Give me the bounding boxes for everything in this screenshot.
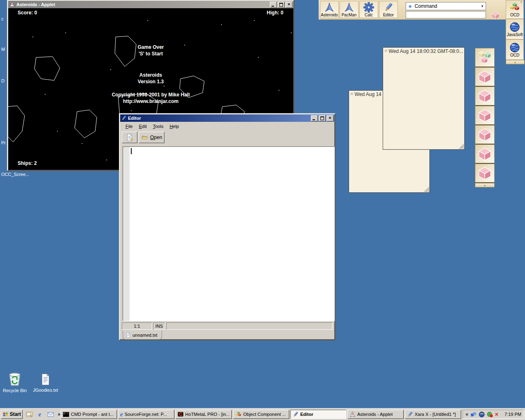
desktop: c M D Pr OCC_Scree... Asteroids - Applet… xyxy=(0,0,525,420)
pink-cube-icon xyxy=(478,166,492,180)
desktop-icon-label-occ[interactable]: OCC_Scree... xyxy=(1,172,29,177)
component-button[interactable] xyxy=(475,125,495,144)
open-button[interactable]: Open xyxy=(139,132,164,143)
gear-icon xyxy=(363,2,374,13)
desktop-icon-label-partial: D xyxy=(1,78,5,83)
cubes-cluster-icon xyxy=(509,2,520,13)
game-version-text: Version 1.3 xyxy=(8,78,293,85)
chevron-left-icon[interactable]: « xyxy=(466,411,468,417)
pink-cube-icon xyxy=(491,11,500,20)
star-icon: ★ xyxy=(408,3,413,9)
document-tab[interactable]: unnamed.txt xyxy=(123,331,162,340)
taskbar-button-editor[interactable]: Editor xyxy=(290,410,346,419)
chevron-down-icon[interactable]: ▼ xyxy=(481,5,484,8)
component-button[interactable] xyxy=(475,106,495,125)
note-close-icon[interactable]: × xyxy=(350,91,354,96)
command-input[interactable] xyxy=(406,11,486,18)
note-close-icon[interactable]: × xyxy=(384,48,388,53)
ocd-side-panel: OCD ▼ JavaSoft OCD ▲ xyxy=(506,0,525,65)
maximize-button[interactable] xyxy=(319,115,326,121)
game-name-text: Asteroids xyxy=(8,72,293,78)
quicklaunch-mail[interactable] xyxy=(46,410,55,418)
globe-icon xyxy=(509,22,520,32)
desktop-icon-recycle-bin[interactable]: Recycle Bin xyxy=(0,371,30,393)
windows-flag-icon xyxy=(2,411,9,418)
component-button[interactable] xyxy=(475,67,495,86)
pink-cube-icon xyxy=(478,128,492,142)
cursor-position-cell: 1:1 xyxy=(122,322,152,330)
menu-tools[interactable]: Tools xyxy=(150,123,167,130)
taskbar-button-asteroids[interactable]: Asteroids - Applet xyxy=(347,410,404,419)
command-dropdown[interactable]: ★ Command ▼ xyxy=(406,2,486,10)
launcher-asteroids-button[interactable]: Asteroids xyxy=(320,1,339,18)
javasoft-button[interactable]: JavaSoft xyxy=(506,19,524,39)
editor-toolbar: Open xyxy=(120,130,334,144)
chevron-down-icon[interactable]: ▼ xyxy=(520,1,523,3)
taskbar-button-hotmetal[interactable]: HoTMetaL PRO - [in... xyxy=(176,410,232,419)
scroll-up-icon: ▲ xyxy=(514,61,517,64)
editor-window: Editor × File Edit Tools Help Open xyxy=(119,113,336,340)
quicklaunch-internet-explorer[interactable]: e xyxy=(35,410,44,418)
scroll-up-button[interactable]: ▲ xyxy=(506,60,525,64)
note-resize-grip[interactable] xyxy=(459,144,464,149)
pink-cube-icon xyxy=(478,108,492,122)
text-caret xyxy=(131,148,132,154)
new-file-button[interactable] xyxy=(122,132,137,143)
minimize-button[interactable] xyxy=(311,115,318,121)
close-button[interactable]: × xyxy=(285,2,292,8)
component-button[interactable] xyxy=(475,144,495,163)
asteroids-titlebar[interactable]: Asteroids - Applet × xyxy=(8,1,293,8)
pencil-icon xyxy=(121,115,127,121)
launcher-calc-button[interactable]: Calc xyxy=(359,1,378,18)
insert-mode-cell: INS xyxy=(153,322,165,330)
start-hint-text: 'S' to Start xyxy=(8,50,293,57)
document-tab-label: unnamed.txt xyxy=(132,333,158,338)
ocd-globe-button[interactable]: OCD xyxy=(506,39,524,60)
taskbar-button-sourceforge[interactable]: e SourceForge.net: P... xyxy=(118,410,174,419)
tray-error-icon[interactable]: × xyxy=(495,411,498,417)
pink-cube-icon xyxy=(478,147,492,161)
quicklaunch-show-desktop[interactable] xyxy=(25,410,34,418)
menu-edit[interactable]: Edit xyxy=(136,123,150,130)
taskbar-button-cmd-prompt[interactable]: C:\ CMD Prompt - ant t... xyxy=(61,410,117,419)
ocd-cubes-button[interactable]: OCD ▼ xyxy=(506,0,524,19)
pen-icon xyxy=(407,411,413,418)
menu-help[interactable]: Help xyxy=(167,123,182,130)
recycle-bin-icon xyxy=(7,371,23,387)
launcher-pacman-button[interactable]: PacMan xyxy=(340,1,358,18)
desktop-icon-label: JGoodies.txt xyxy=(33,388,58,393)
document-icon xyxy=(126,332,131,338)
status-spacer-cell xyxy=(166,322,333,330)
component-button[interactable] xyxy=(475,164,495,183)
taskbar-button-object-component[interactable]: Object Component ... xyxy=(233,410,289,419)
editor-menubar: File Edit Tools Help xyxy=(120,122,334,130)
close-button[interactable]: × xyxy=(326,115,333,121)
note-resize-grip[interactable] xyxy=(424,187,429,192)
note-title-text: Wed Aug 14 xyxy=(355,91,381,97)
launcher-editor-button[interactable]: Editor xyxy=(379,1,398,18)
tray-network-icon[interactable] xyxy=(470,411,477,418)
tray-java-icon[interactable] xyxy=(479,411,485,418)
sticky-note-front[interactable]: × Wed Aug 14 18:00:32 GMT-08:0... xyxy=(383,47,465,150)
taskbar-clock[interactable]: 7:19 PM xyxy=(504,412,521,417)
minimize-button[interactable] xyxy=(270,2,277,8)
maximize-button[interactable] xyxy=(278,2,285,8)
start-button[interactable]: Start xyxy=(1,410,23,419)
window-title: Asteroids - Applet xyxy=(16,2,269,7)
hotmetal-icon xyxy=(178,411,184,418)
editor-gutter xyxy=(123,147,130,321)
editor-text-area[interactable] xyxy=(123,146,335,321)
desktop-icon-label: Recycle Bin xyxy=(3,388,27,393)
scroll-up-button[interactable]: ▲ xyxy=(475,183,495,187)
editor-statusbar: 1:1 INS xyxy=(122,322,333,330)
component-button[interactable] xyxy=(475,87,495,105)
java-duke-icon xyxy=(9,2,15,8)
component-button-multi[interactable] xyxy=(475,48,495,67)
editor-titlebar[interactable]: Editor × xyxy=(120,114,334,122)
menu-file[interactable]: File xyxy=(123,123,136,130)
window-title: Editor xyxy=(128,116,310,121)
desktop-icon-jgoodies[interactable]: JGoodies.txt xyxy=(31,372,60,393)
taskbar-button-xara[interactable]: Xara X - [Untitled1 *] xyxy=(405,410,461,419)
high-score-label: High: 0 xyxy=(267,10,283,16)
tray-status-icon[interactable] xyxy=(487,411,493,418)
